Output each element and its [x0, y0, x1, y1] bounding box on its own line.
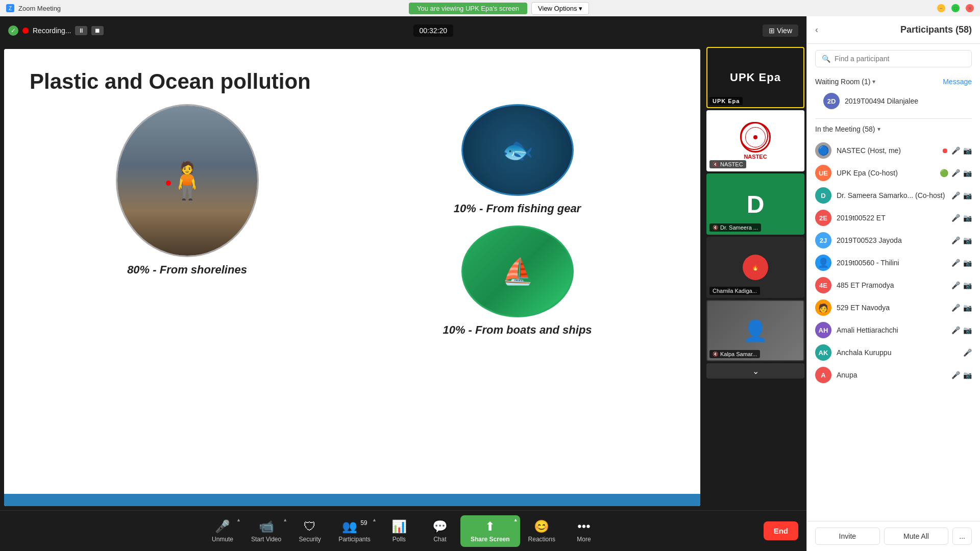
boats-ships-caption: 10% - From boats and ships [443, 323, 592, 337]
security-label: Security [299, 536, 321, 543]
invite-button[interactable]: Invite [815, 528, 880, 545]
upk-label: UPK Epa [709, 97, 743, 105]
waiting-room-chevron[interactable]: ▾ [872, 78, 875, 85]
search-icon: 🔍 [822, 55, 830, 63]
video-thumb-nastec[interactable]: NASTEC 🔇 NASTEC [706, 110, 804, 171]
kalpa-label: 🔇 Kalpa Samar... [709, 350, 760, 358]
nastec-member-name: NASTEC (Host, me) [837, 146, 936, 155]
window-controls: − □ ✕ [937, 4, 974, 12]
jayoda-controls: 🎤 📷 [951, 236, 972, 244]
scroll-down-button[interactable]: ⌄ [706, 363, 804, 379]
anchala-controls: 🎤 [963, 348, 972, 357]
nastec-mic-ctrl: 🎤 [951, 146, 960, 155]
mute-all-button[interactable]: Mute All [884, 528, 949, 545]
share-screen-button[interactable]: ⬆ Share Screen ▲ [460, 515, 520, 547]
share-screen-label: Share Screen [471, 536, 510, 543]
video-thumb-kalpa[interactable]: 👤 🔇 Kalpa Samar... [706, 300, 804, 361]
nastec-record-icon: ⏺ [941, 146, 948, 155]
maximize-button[interactable]: □ [951, 4, 960, 12]
recording-badge: ✓ Recording... ⏸ ⏹ [8, 26, 104, 36]
more-button[interactable]: ••• More [564, 515, 604, 547]
share-screen-icon: ⬆ [485, 519, 495, 534]
member-anupa: A Anupa 🎤 📷 [807, 364, 980, 386]
slide-body: 🧍 80% - From shorelines 🐟 [30, 104, 675, 337]
anupa-mic-ctrl: 🎤 [951, 371, 960, 379]
2e-mic-ctrl: 🎤 [951, 214, 960, 222]
unmute-chevron[interactable]: ▲ [236, 517, 241, 522]
end-meeting-button[interactable]: End [764, 521, 798, 540]
nastec-label: 🔇 NASTEC [709, 160, 746, 168]
video-thumb-upk[interactable]: UPK Epa UPK Epa [706, 47, 804, 108]
pramodya-cam-ctrl: 📷 [963, 281, 972, 289]
pause-recording-button[interactable]: ⏸ [75, 26, 87, 35]
collapse-panel-button[interactable]: ‹ [815, 24, 818, 35]
reactions-icon: 😊 [534, 519, 549, 534]
nastec-logo-container: NASTEC [740, 122, 771, 160]
slide-bottom-bar [4, 494, 700, 506]
upk-member-name: UPK Epa (Co-host) [837, 169, 935, 177]
chat-icon: 💬 [432, 519, 448, 534]
amali-mic-ctrl: 🎤 [951, 326, 960, 334]
recording-controls: ⏸ ⏹ [75, 26, 104, 35]
pramodya-controls: 🎤 📷 [951, 281, 972, 289]
waiting-room-header: Waiting Room (1) ▾ Message [815, 78, 972, 86]
shoreline-caption: 80% - From shorelines [127, 263, 247, 277]
minimize-button[interactable]: − [937, 4, 945, 12]
slide-container: Plastic and Ocean pollution 🧍 80% - From… [4, 49, 700, 506]
participants-button[interactable]: 👥 59 Participants ▲ [330, 515, 379, 547]
anupa-controls: 🎤 📷 [951, 371, 972, 379]
video-chevron[interactable]: ▲ [283, 517, 287, 522]
fishing-gear-image: 🐟 [461, 104, 574, 196]
video-thumb-chamila[interactable]: 🔥 Chamila Kadiga... [706, 237, 804, 298]
message-button[interactable]: Message [943, 78, 972, 86]
participant-search-box[interactable]: 🔍 [815, 50, 972, 67]
jayoda-avatar: 2J [815, 232, 831, 248]
chamila-content: 🔥 [743, 255, 768, 280]
in-meeting-title: In the Meeting (58) ▾ [815, 125, 880, 133]
share-screen-chevron[interactable]: ▲ [513, 517, 518, 522]
waiting-member-avatar: 2D [823, 93, 840, 109]
start-video-label: Start Video [251, 536, 281, 543]
participants-icon: 👥 59 [342, 519, 368, 534]
view-options-button[interactable]: View Options ▾ [531, 2, 589, 15]
pramodya-member-name: 485 ET Pramodya [837, 281, 946, 289]
sameera-controls: 🎤 📷 [951, 191, 972, 199]
member-pramodya: 4E 485 ET Pramodya 🎤 📷 [807, 274, 980, 296]
video-thumbnails-strip: UPK Epa UPK Epa NASTEC 🔇 [704, 45, 806, 510]
more-options-button[interactable]: ... [952, 528, 972, 545]
participants-label: Participants [338, 536, 371, 543]
jayoda-member-name: 2019T00523 Jayoda [837, 236, 946, 244]
sameera-label: 🔇 Dr. Sameera ... [709, 223, 761, 232]
in-meeting-chevron[interactable]: ▾ [877, 126, 880, 133]
participant-search-input[interactable] [835, 55, 965, 63]
nastec-controls: ⏺ 🎤 📷 [941, 146, 972, 155]
member-jayoda: 2J 2019T00523 Jayoda 🎤 📷 [807, 229, 980, 252]
stop-recording-button[interactable]: ⏹ [91, 26, 104, 35]
chamila-avatar: 🔥 [743, 255, 768, 280]
start-video-button[interactable]: 📹 Start Video ▲ [243, 515, 289, 547]
kalpa-mic-icon: 🔇 [713, 352, 718, 357]
security-button[interactable]: 🛡 Security [289, 515, 330, 547]
sameera-member-name: Dr. Sameera Samarko... (Co-host) [837, 191, 946, 199]
upk-cam-ctrl: 🎤 [951, 169, 960, 177]
nastec-text: NASTEC [744, 154, 767, 160]
unmute-button[interactable]: 🎤 Unmute ▲ [202, 515, 243, 547]
slide-left: 🧍 80% - From shorelines [30, 104, 345, 337]
member-navodya: 🧑 529 ET Navodya 🎤 📷 [807, 296, 980, 319]
waiting-room-title: Waiting Room (1) ▾ [815, 78, 875, 86]
participants-panel: ‹ Participants (58) 🔍 Waiting Room (1) ▾… [806, 16, 980, 551]
participants-chevron[interactable]: ▲ [372, 517, 377, 522]
navodya-mic-ctrl: 🎤 [951, 304, 960, 312]
view-button[interactable]: ⊞ View [763, 24, 798, 37]
shoreline-image: 🧍 [116, 104, 259, 257]
panel-title: Participants (58) [900, 24, 972, 35]
recording-label: Recording... [33, 27, 71, 35]
polls-button[interactable]: 📊 Polls [379, 515, 420, 547]
reactions-button[interactable]: 😊 Reactions [520, 515, 564, 547]
polls-icon: 📊 [391, 519, 407, 534]
in-meeting-section: In the Meeting (58) ▾ 🔵 NASTEC (Host, me… [807, 121, 980, 388]
chat-button[interactable]: 💬 Chat [420, 515, 460, 547]
close-button[interactable]: ✕ [966, 4, 974, 12]
title-bar-left: Z Zoom Meeting [6, 4, 61, 12]
video-thumb-sameera[interactable]: D 🔇 Dr. Sameera ... [706, 173, 804, 235]
